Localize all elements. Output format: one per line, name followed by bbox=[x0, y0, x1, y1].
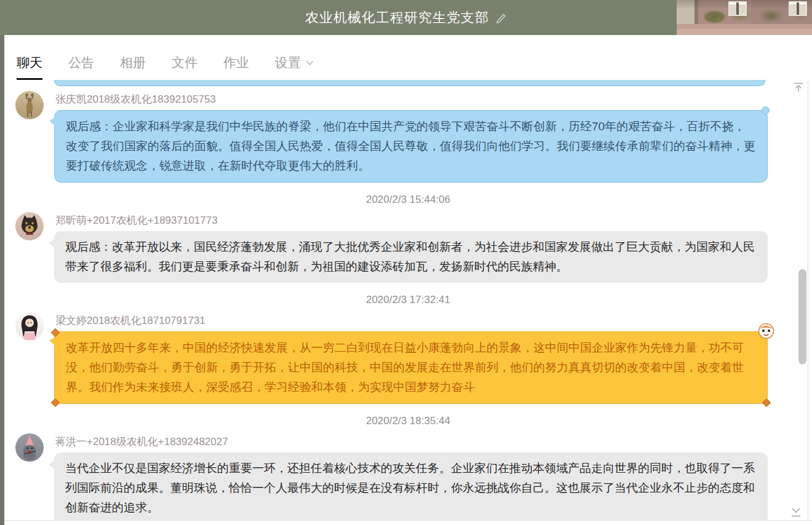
previous-message-bubble-partial bbox=[54, 80, 765, 86]
timestamp: 2020/2/3 17:32:41 bbox=[4, 294, 812, 306]
bubble-pin-decoration bbox=[51, 398, 60, 407]
sender-name[interactable]: 郑昕萌+2017农机化+18937101773 bbox=[55, 213, 768, 227]
chat-message: 梁文婷2018农机化18710791731 改革开放四十多年来，中国的经济快速发… bbox=[15, 312, 812, 404]
tab-chat[interactable]: 聊天 bbox=[17, 54, 42, 80]
sender-name[interactable]: 张庆凯2018级农机化18392105753 bbox=[55, 92, 768, 106]
girl-avatar-image bbox=[15, 312, 44, 341]
group-title: 农业机械化工程研究生党支部 bbox=[305, 9, 507, 27]
message-bubble-gold[interactable]: 改革开放四十多年来，中国的经济快速发展，从一穷二白到现在日益小康蓬勃向上的景象，… bbox=[54, 331, 768, 404]
bubble-corner-decoration bbox=[762, 106, 770, 114]
bubble-pin-decoration bbox=[51, 328, 60, 337]
tab-files[interactable]: 文件 bbox=[172, 54, 197, 80]
scroll-to-bottom-icon[interactable] bbox=[790, 507, 802, 518]
scrollbar-thumb[interactable] bbox=[798, 269, 806, 365]
timestamp: 2020/2/3 15:44:06 bbox=[4, 194, 812, 206]
dog-avatar-image bbox=[15, 212, 44, 240]
tab-bar: 聊天 公告 相册 文件 作业 设置 bbox=[4, 35, 812, 80]
sender-name[interactable]: 蒋洪一+2018级农机化+18392482027 bbox=[55, 435, 768, 449]
chat-message: 张庆凯2018级农机化18392105753 观后感：企业家和科学家是我们中华民… bbox=[15, 91, 812, 183]
window-left-edge bbox=[0, 35, 4, 525]
chat-bottom-edge bbox=[4, 520, 812, 525]
chat-message: 蒋洪一+2018级农机化+18392482027 当代企业不仅是国家经济增长的重… bbox=[15, 433, 812, 520]
tab-homework[interactable]: 作业 bbox=[223, 54, 249, 80]
group-header: 农业机械化工程研究生党支部 bbox=[0, 0, 812, 35]
tab-announcements[interactable]: 公告 bbox=[68, 54, 94, 80]
avatar[interactable] bbox=[15, 433, 44, 462]
avatar[interactable] bbox=[15, 212, 44, 240]
message-text: 改革开放四十多年来，中国的经济快速发展，从一穷二白到现在日益小康蓬勃向上的景象，… bbox=[66, 341, 744, 393]
chat-message-list[interactable]: 张庆凯2018级农机化18392105753 观后感：企业家和科学家是我们中华民… bbox=[4, 80, 812, 520]
message-bubble-blue[interactable]: 观后感：企业家和科学家是我们中华民族的脊梁，他们在中国共产党的领导下艰苦奋斗不断… bbox=[54, 110, 768, 183]
message-text: 观后感：企业家和科学家是我们中华民族的脊梁，他们在中国共产党的领导下艰苦奋斗不断… bbox=[66, 120, 755, 172]
message-text: 当代企业不仅是国家经济增长的重要一环，还担任着核心技术的攻关任务。企业家们在推动… bbox=[65, 462, 755, 514]
edit-title-pencil-icon[interactable] bbox=[495, 12, 507, 23]
tab-album[interactable]: 相册 bbox=[120, 54, 146, 80]
message-bubble-gray[interactable]: 观后感：改革开放以来，国民经济蓬勃发展，涌现了大批优秀企业家和创新者，为社会进步… bbox=[54, 231, 768, 283]
chevron-down-icon bbox=[306, 60, 314, 66]
timestamp: 2020/2/3 18:35:44 bbox=[4, 415, 812, 427]
avatar[interactable] bbox=[15, 312, 44, 341]
pink-character-avatar-image bbox=[15, 433, 44, 462]
deer-avatar-image bbox=[15, 91, 44, 119]
header-cover-photo bbox=[677, 0, 812, 35]
avatar[interactable] bbox=[15, 91, 44, 119]
message-bubble-gray[interactable]: 当代企业不仅是国家经济增长的重要一环，还担任着核心技术的攻关任务。企业家们在推动… bbox=[54, 452, 768, 520]
scroll-to-top-icon[interactable] bbox=[792, 82, 805, 93]
opera-mask-icon bbox=[758, 323, 774, 339]
bubble-pin-decoration bbox=[762, 398, 771, 407]
chat-message: 郑昕萌+2017农机化+18937101773 观后感：改革开放以来，国民经济蓬… bbox=[15, 212, 812, 283]
tab-settings[interactable]: 设置 bbox=[275, 54, 314, 80]
chat-right-border bbox=[808, 80, 808, 520]
group-title-text: 农业机械化工程研究生党支部 bbox=[305, 9, 489, 27]
sender-name[interactable]: 梁文婷2018农机化18710791731 bbox=[55, 314, 768, 328]
message-text: 观后感：改革开放以来，国民经济蓬勃发展，涌现了大批优秀企业家和创新者，为社会进步… bbox=[65, 240, 755, 273]
